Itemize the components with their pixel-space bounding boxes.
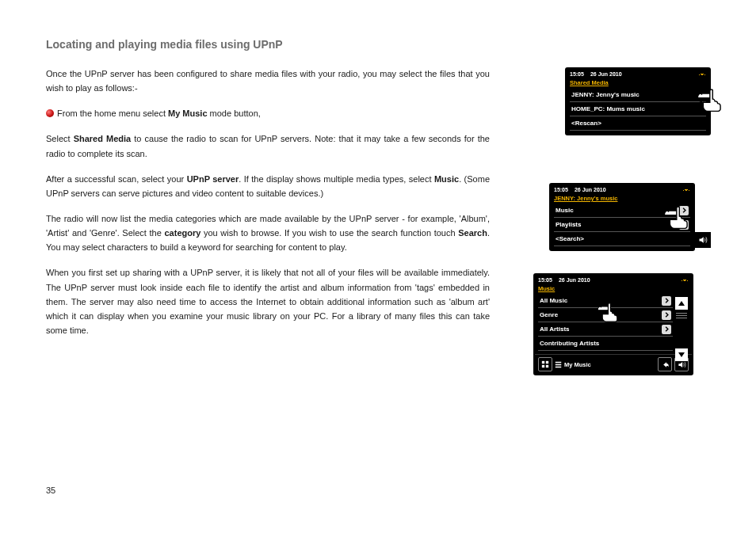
footer-label: My Music xyxy=(555,361,655,368)
breadcrumb: Music xyxy=(535,284,692,294)
footer-text: My Music xyxy=(564,361,591,368)
breadcrumb: Shared Media xyxy=(567,78,709,88)
page-number: 35 xyxy=(46,485,55,495)
bold-music: Music xyxy=(434,174,459,184)
list-item[interactable]: All Artists xyxy=(538,322,673,337)
bold-search: Search xyxy=(458,228,487,238)
list-item[interactable]: <Search> xyxy=(554,232,690,246)
status-bar: 15:05 26 Jun 2010 xyxy=(567,69,709,78)
list-item-label: JENNY: Jenny's music xyxy=(571,91,704,98)
device-screen-server: 15:05 26 Jun 2010 JENNY: Jenny's music M… xyxy=(550,184,694,250)
bold-upnp-server: UPnP server xyxy=(187,174,239,184)
status-bar: 15:05 26 Jun 2010 xyxy=(551,185,693,194)
list-item[interactable]: Contributing Artists xyxy=(538,337,673,351)
para-2a: From the home menu select xyxy=(57,109,168,118)
chevron-right-icon xyxy=(662,296,671,306)
para-6-text: When you first set up sharing with a UPn… xyxy=(46,268,490,335)
bold-category: category xyxy=(165,228,201,238)
status-time: 15:05 xyxy=(554,187,568,192)
page-title: Locating and playing media files using U… xyxy=(46,38,283,51)
list-item-label: HOME_PC: Mums music xyxy=(571,105,704,112)
footer-bar: My Music xyxy=(535,354,692,374)
svg-rect-1 xyxy=(546,361,548,364)
para-3a: Select xyxy=(46,134,74,143)
list-item-label: Music xyxy=(556,207,679,214)
para-4a: After a successful scan, select your xyxy=(46,174,187,184)
para-1-text: Once the UPnP server has been configured… xyxy=(46,69,490,93)
status-date: 26 Jun 2010 xyxy=(559,277,590,283)
chevron-right-icon xyxy=(662,325,671,334)
list-item-label: Genre xyxy=(540,311,662,318)
chevron-right-icon xyxy=(679,206,689,215)
bold-shared-media: Shared Media xyxy=(74,134,132,143)
svg-rect-0 xyxy=(542,361,544,364)
list-item-label: <Search> xyxy=(556,235,689,242)
para-2b: mode button, xyxy=(208,109,261,118)
status-date: 26 Jun 2010 xyxy=(590,71,622,77)
scroll-nav xyxy=(674,297,689,361)
chevron-right-icon xyxy=(679,220,689,230)
status-date: 26 Jun 2010 xyxy=(575,187,606,192)
bullet-icon xyxy=(46,109,54,117)
list-item[interactable]: All Music xyxy=(538,294,673,308)
body-text: Once the UPnP server has been configured… xyxy=(46,67,490,348)
wifi-icon xyxy=(681,276,689,284)
list-item-label: All Music xyxy=(540,297,662,304)
volume-icon[interactable] xyxy=(695,232,711,248)
breadcrumb: JENNY: Jenny's music xyxy=(551,194,693,204)
device-screen-shared-media: 15:05 26 Jun 2010 Shared Media JENNY: Je… xyxy=(566,68,710,135)
status-time: 15:05 xyxy=(570,71,584,77)
list-item[interactable]: Music xyxy=(554,204,690,218)
para-5: The radio will now list the media catego… xyxy=(46,211,490,254)
list-item-label: Contributing Artists xyxy=(540,340,671,347)
list-item[interactable]: HOME_PC: Mums music xyxy=(570,102,706,116)
status-bar: 15:05 26 Jun 2010 xyxy=(535,275,692,284)
scroll-down-button[interactable] xyxy=(675,348,688,361)
para-6: When you first set up sharing with a UPn… xyxy=(46,265,490,337)
list-item[interactable]: JENNY: Jenny's music xyxy=(570,88,706,102)
list-item[interactable]: <Rescan> xyxy=(570,116,706,131)
wifi-icon xyxy=(682,186,690,193)
list-item-label: <Rescan> xyxy=(571,120,704,127)
device-screens: 15:05 26 Jun 2010 Shared Media JENNY: Je… xyxy=(534,68,716,401)
bold-my-music: My Music xyxy=(168,109,208,118)
svg-rect-3 xyxy=(546,365,548,367)
list-item-label: All Artists xyxy=(540,326,662,333)
menu-icon xyxy=(555,361,562,368)
para-3: Select Shared Media to cause the radio t… xyxy=(46,131,490,160)
para-5b: you wish to browse. If you wish to use t… xyxy=(200,228,458,238)
chevron-right-icon xyxy=(662,310,671,320)
svg-rect-2 xyxy=(542,365,544,367)
para-2: From the home menu select My Music mode … xyxy=(46,106,490,120)
para-1: Once the UPnP server has been configured… xyxy=(46,67,490,95)
scroll-indicator xyxy=(676,313,687,318)
list-item[interactable]: Genre xyxy=(538,308,673,322)
back-button[interactable] xyxy=(658,357,672,371)
device-screen-music: 15:05 26 Jun 2010 Music All Music Genre … xyxy=(534,274,693,375)
list-item[interactable]: Playlists xyxy=(554,218,690,232)
scroll-up-button[interactable] xyxy=(675,297,688,310)
para-4b: . If the display shows multiple media ty… xyxy=(239,174,434,184)
para-4: After a successful scan, select your UPn… xyxy=(46,172,490,200)
wifi-icon xyxy=(698,70,706,78)
status-time: 15:05 xyxy=(538,277,552,283)
list-item-label: Playlists xyxy=(556,221,679,228)
home-grid-button[interactable] xyxy=(538,357,552,371)
